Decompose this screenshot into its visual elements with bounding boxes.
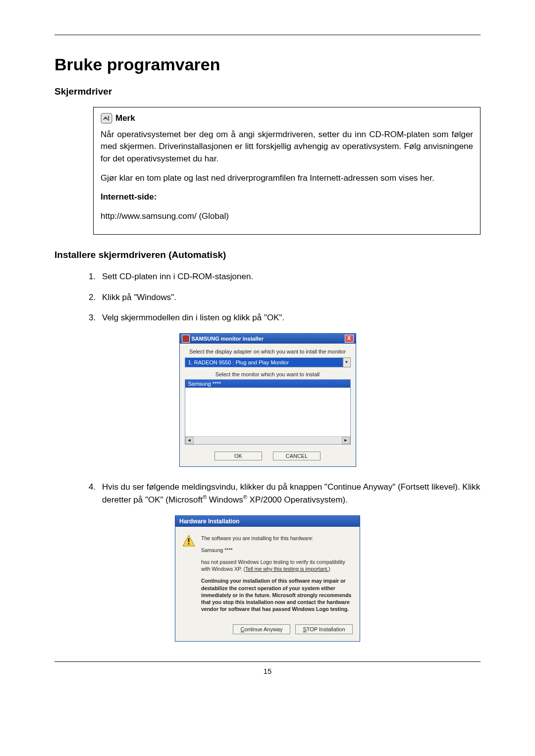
- installer-titlebar: SAMSUNG monitor installer X: [180, 334, 356, 344]
- stop-installation-button[interactable]: STOP Installation: [295, 624, 353, 634]
- note-url: http://www.samsung.com/ (Global): [101, 210, 473, 223]
- hw-logo-testing-line: has not passed Windows Logo testing to v…: [201, 558, 353, 572]
- ok-button[interactable]: OK: [214, 452, 262, 460]
- registered-mark: ®: [203, 494, 207, 500]
- hw-warning-paragraph: Continuing your installation of this sof…: [201, 577, 353, 612]
- installer-prompt-adapter: Select the display adapter on which you …: [185, 349, 351, 354]
- svg-rect-2: [188, 538, 190, 542]
- step-2: Klikk på "Windows".: [98, 291, 481, 304]
- monitor-listbox[interactable]: Samsung **** ◄ ►: [185, 379, 351, 445]
- installer-prompt-monitor: Select the monitor which you want to ins…: [185, 371, 351, 377]
- svg-rect-3: [188, 543, 190, 545]
- step-3: Velg skjermmodellen din i listen og klik…: [98, 311, 481, 324]
- note-paragraph-2: Gjør klar en tom plate og last ned drive…: [101, 172, 473, 185]
- step-4: Hvis du ser følgende meldingsvindu, klik…: [98, 481, 481, 506]
- note-title: Merk: [115, 112, 135, 125]
- section-heading-skjermdriver: Skjermdriver: [54, 86, 481, 97]
- page-number: 15: [54, 667, 481, 675]
- note-paragraph-1: Når operativsystemet ber deg om å angi s…: [101, 129, 473, 165]
- note-box: Merk Når operativsystemet ber deg om å a…: [93, 107, 481, 235]
- hw-device-name: Samsung ****: [201, 547, 353, 554]
- step-1: Sett CD-platen inn i CD-ROM-stasjonen.: [98, 270, 481, 283]
- page-title: Bruke programvaren: [54, 55, 481, 74]
- registered-mark: ®: [243, 494, 247, 500]
- installer-title-text: SAMSUNG monitor installer: [192, 336, 264, 342]
- installer-app-icon: [182, 335, 190, 343]
- steps-list-continued: Hvis du ser følgende meldingsvindu, klik…: [98, 481, 481, 506]
- cancel-button[interactable]: CANCEL: [273, 452, 321, 460]
- hardware-installation-dialog: Hardware Installation The software you a…: [175, 515, 360, 642]
- note-header: Merk: [101, 112, 473, 125]
- warning-icon: [182, 535, 195, 547]
- chevron-down-icon[interactable]: ▼: [343, 357, 351, 367]
- samsung-installer-dialog: SAMSUNG monitor installer X Select the d…: [179, 333, 356, 467]
- scroll-left-icon[interactable]: ◄: [185, 437, 194, 444]
- hw-testing-link[interactable]: Tell me why this testing is important.: [245, 566, 328, 572]
- section-heading-install-auto: Installere skjermdriveren (Automatisk): [54, 250, 481, 260]
- horizontal-scrollbar[interactable]: ◄ ►: [185, 436, 350, 444]
- hw-line-intro: The software you are installing for this…: [201, 535, 353, 542]
- top-horizontal-rule: [54, 35, 481, 35]
- monitor-list-selected-item[interactable]: Samsung ****: [185, 380, 350, 388]
- close-icon[interactable]: X: [345, 335, 354, 343]
- hw-dialog-titlebar: Hardware Installation: [175, 516, 360, 527]
- bottom-horizontal-rule: [54, 661, 481, 662]
- note-internet-label: Internett-side:: [101, 192, 157, 202]
- adapter-dropdown[interactable]: 1. RADEON 9550 : Plug and Play Monitor: [185, 357, 351, 367]
- continue-anyway-button[interactable]: Continue Anyway: [233, 624, 290, 634]
- scroll-right-icon[interactable]: ►: [342, 437, 350, 444]
- steps-list: Sett CD-platen inn i CD-ROM-stasjonen. K…: [98, 270, 481, 324]
- note-icon: [101, 113, 112, 124]
